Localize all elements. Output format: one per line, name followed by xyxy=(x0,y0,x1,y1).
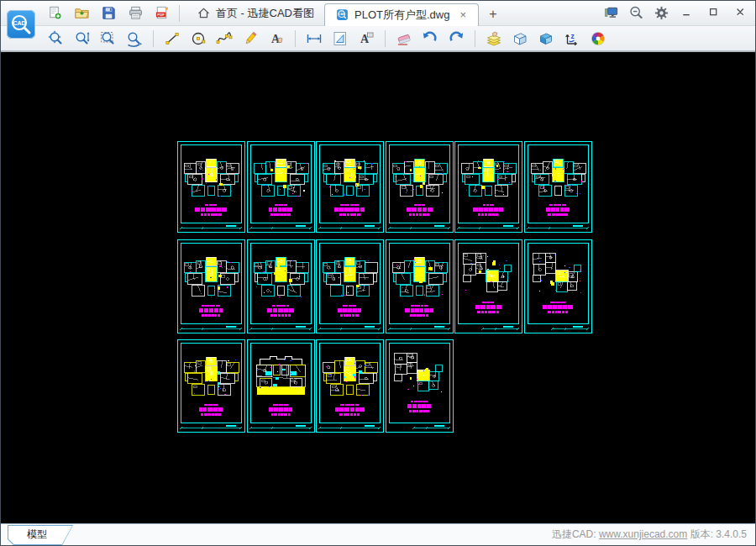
titlebar-right-group xyxy=(601,3,755,24)
new-tab-button[interactable]: + xyxy=(484,5,502,24)
axis-z-button[interactable]: z xyxy=(562,29,582,49)
axis-z-icon: z xyxy=(564,30,580,47)
svg-text:PDF: PDF xyxy=(157,13,165,17)
layers-icon xyxy=(486,30,502,47)
floorplan-cell xyxy=(386,141,454,233)
open-file-button[interactable] xyxy=(71,3,92,24)
measure-area-button[interactable] xyxy=(330,29,350,49)
measure-distance-button[interactable] xyxy=(304,29,324,49)
text-tool-icon: A xyxy=(268,30,285,47)
draw-polyline-button[interactable] xyxy=(214,29,234,49)
app-logo-button[interactable]: CAD xyxy=(7,10,35,39)
floorplan-cell xyxy=(177,141,245,233)
floorplan-cell xyxy=(177,239,245,333)
background-color-button[interactable] xyxy=(588,29,608,49)
cad-logo-icon: CAD xyxy=(9,13,33,36)
save-file-button[interactable] xyxy=(98,3,118,24)
zoom-vertical-icon xyxy=(74,30,91,47)
tab-label: 首页 - 迅捷CAD看图 xyxy=(216,6,314,21)
minimize-icon xyxy=(681,7,694,19)
color-wheel-icon xyxy=(590,30,606,47)
zoom-window-button[interactable] xyxy=(98,29,118,49)
text-annotation-button[interactable]: A xyxy=(356,29,376,49)
tab-home[interactable]: 首页 - 迅捷CAD看图 xyxy=(186,1,324,26)
layers-button[interactable] xyxy=(484,29,504,49)
view-3d-button[interactable] xyxy=(536,29,556,49)
find-drawing-button[interactable] xyxy=(626,3,646,24)
drawing-canvas[interactable] xyxy=(1,51,755,523)
screen-device-icon xyxy=(603,5,619,21)
home-icon xyxy=(197,6,211,20)
statusbar: 模型 迅捷CAD: www.xunjiecad.com 版本: 3.4.0.5 xyxy=(1,523,755,545)
close-button[interactable] xyxy=(730,4,752,23)
svg-text:z: z xyxy=(571,31,575,39)
box-3d-button[interactable] xyxy=(510,29,530,49)
cad-file-icon: CAD xyxy=(335,8,349,22)
version-label: 版本: 3.4.0.5 xyxy=(690,528,747,540)
draw-text-button[interactable]: A xyxy=(266,29,286,49)
settings-gear-icon xyxy=(654,5,669,21)
floorplan-cell xyxy=(524,141,592,233)
export-pdf-icon: PDF xyxy=(155,5,171,21)
pencil-tool-icon xyxy=(242,30,259,47)
pan-zoom-icon xyxy=(48,30,65,47)
save-icon xyxy=(101,5,117,21)
minimize-button[interactable] xyxy=(676,4,698,23)
titlebar: CAD PDF 首页 - 迅捷CAD看图CADPLOT所有户型.dwg×+ xyxy=(1,1,755,26)
measure-area-icon xyxy=(332,30,349,47)
brand-label: 迅捷CAD: xyxy=(552,528,596,540)
floorplan-cell xyxy=(386,339,454,433)
print-icon xyxy=(128,5,144,21)
titlebar-separator xyxy=(179,5,180,22)
floorplan-cell xyxy=(454,141,522,233)
box-3d-icon xyxy=(512,30,528,47)
tab-close-icon[interactable]: × xyxy=(458,9,468,20)
export-pdf-button[interactable]: PDF xyxy=(152,3,172,24)
undo-icon xyxy=(422,30,438,47)
search-minus-icon xyxy=(628,5,644,21)
new-file-button[interactable] xyxy=(45,3,65,24)
maximize-button[interactable] xyxy=(703,4,725,23)
zoom-realtime-button[interactable] xyxy=(72,29,92,49)
text-annotation-icon: A xyxy=(358,30,375,47)
measure-distance-icon xyxy=(306,30,323,47)
view-3d-icon xyxy=(538,30,554,47)
new-file-icon xyxy=(47,5,63,21)
svg-text:CAD: CAD xyxy=(13,20,25,26)
print-button[interactable] xyxy=(125,3,145,24)
statusbar-brand: 迅捷CAD: www.xunjiecad.com 版本: 3.4.0.5 xyxy=(552,528,755,542)
floorplan-cell xyxy=(386,239,454,333)
close-icon xyxy=(735,7,748,19)
pan-zoom-button[interactable] xyxy=(46,29,66,49)
svg-text:CAD: CAD xyxy=(339,13,345,16)
redo-button[interactable] xyxy=(446,29,466,49)
model-space-tab[interactable]: 模型 xyxy=(8,525,73,545)
toolbar-separator xyxy=(153,30,154,47)
toolbar-separator xyxy=(475,30,475,47)
eraser-button[interactable] xyxy=(394,29,414,49)
polyline-tool-icon xyxy=(216,30,233,47)
undo-button[interactable] xyxy=(420,29,440,49)
draw-line-button[interactable] xyxy=(162,29,182,49)
draw-freehand-button[interactable] xyxy=(240,29,260,49)
line-tool-icon xyxy=(164,30,181,47)
floorplan-cell xyxy=(247,239,315,333)
floorplan-cell xyxy=(247,141,315,233)
file-actions-group: PDF xyxy=(45,3,172,24)
toolbar-separator xyxy=(295,30,296,47)
floorplan-cell xyxy=(316,339,384,433)
maximize-icon xyxy=(708,7,721,19)
screen-device-button[interactable] xyxy=(601,3,621,24)
floorplan-cell xyxy=(454,239,522,333)
website-link[interactable]: www.xunjiecad.com xyxy=(599,528,687,540)
tab-label: PLOT所有户型.dwg xyxy=(354,8,449,23)
zoom-previous-button[interactable] xyxy=(124,29,144,49)
floorplan-cell xyxy=(247,339,315,433)
settings-button[interactable] xyxy=(651,3,671,24)
tab-plot-dwg[interactable]: CADPLOT所有户型.dwg× xyxy=(324,3,479,26)
draw-circle-button[interactable] xyxy=(188,29,208,49)
app-window: CAD PDF 首页 - 迅捷CAD看图CADPLOT所有户型.dwg×+ AA… xyxy=(0,0,756,546)
eraser-icon xyxy=(396,30,412,47)
drawing-toolbar: AAz xyxy=(1,26,755,51)
model-space-tab-label: 模型 xyxy=(8,526,72,544)
